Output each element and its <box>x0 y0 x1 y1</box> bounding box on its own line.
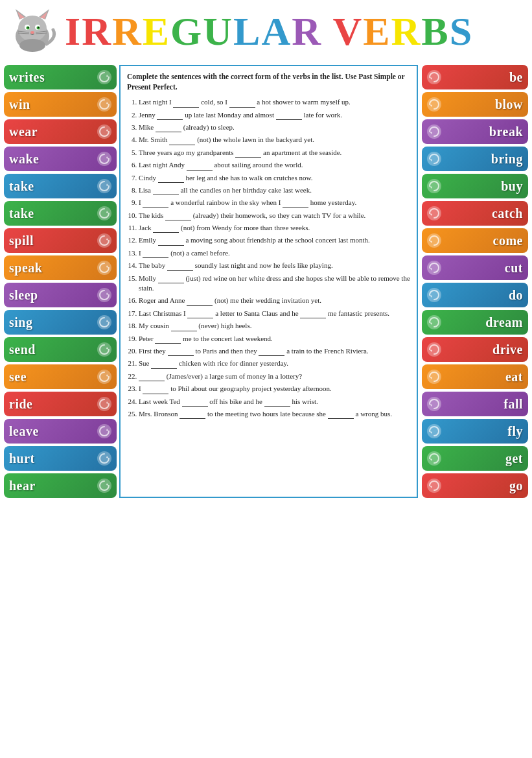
page-title: IRREGULAR VERBS <box>65 11 473 51</box>
verb-label: take <box>9 179 34 194</box>
blank-field <box>229 100 255 108</box>
verb-label: wake <box>9 152 39 167</box>
scroll-icon <box>97 315 111 329</box>
verb-label: sing <box>9 315 32 330</box>
blank-field <box>139 373 165 381</box>
cat-icon <box>6 5 58 57</box>
blank-field <box>153 187 179 195</box>
blank-field <box>158 175 184 183</box>
blank-field <box>259 348 284 356</box>
sentence-item: Peter me to the concert last weekend. <box>139 334 410 344</box>
blank-field <box>171 324 197 331</box>
sentence-item: Three years ago my grandparents an apart… <box>139 148 410 158</box>
sentence-item: I a wonderful rainbow in the sky when I … <box>139 198 410 207</box>
scroll-icon <box>97 370 111 384</box>
right-verb-tag-fly-13: fly <box>422 419 528 444</box>
verb-label: get <box>505 451 523 466</box>
blank-field <box>235 150 261 158</box>
blank-field <box>300 311 326 318</box>
verb-label: fall <box>503 397 523 412</box>
page-header: IRREGULAR VERBS <box>0 0 532 62</box>
sentence-item: Last night I cold, so I a hot shower to … <box>139 97 410 107</box>
left-verb-tag-writes-0: writes <box>4 65 117 89</box>
verb-label: take <box>9 206 34 221</box>
scroll-icon <box>427 451 441 466</box>
verb-label: buy <box>501 179 523 194</box>
left-verb-tag-sleep-8: sleep <box>4 283 117 307</box>
scroll-icon <box>97 288 111 302</box>
left-verb-tag-wake-3: wake <box>4 147 117 171</box>
sentence-item: First they to Paris and then they a trai… <box>139 346 410 356</box>
sentence-item: I (not) a camel before. <box>139 248 410 258</box>
scroll-icon <box>97 397 111 411</box>
sentence-item: Lisa all the candles on her birthday cak… <box>139 185 410 195</box>
left-verb-tag-see-11: see <box>4 364 117 389</box>
sentence-item: My cousin (never) high heels. <box>139 321 410 331</box>
right-verb-tag-catch-5: catch <box>422 201 528 226</box>
right-verb-tag-fall-12: fall <box>422 392 528 416</box>
right-verb-tag-buy-4: buy <box>422 174 528 198</box>
verb-label: see <box>9 370 27 385</box>
verb-label: hurt <box>9 451 35 466</box>
right-verb-tag-blow-1: blow <box>422 92 528 117</box>
verb-label: be <box>509 70 523 85</box>
left-verb-tag-wear-2: wear <box>4 119 117 144</box>
scroll-icon <box>427 315 441 329</box>
scroll-icon <box>97 479 111 493</box>
verb-label: eat <box>505 370 523 385</box>
left-verb-column: writes win wear wake <box>3 62 118 501</box>
left-verb-tag-take-4: take <box>4 174 117 198</box>
svg-point-1 <box>18 16 47 41</box>
svg-point-12 <box>30 31 34 34</box>
verb-label: break <box>489 124 523 139</box>
sentence-item: Mrs. Bronson to the meeting two hours la… <box>139 409 410 419</box>
scroll-icon <box>97 424 111 438</box>
scroll-icon <box>97 451 111 466</box>
blank-field <box>187 298 213 306</box>
verb-label: come <box>493 233 523 248</box>
blank-field <box>328 411 354 419</box>
scroll-icon <box>427 70 441 84</box>
left-verb-tag-leave-13: leave <box>4 419 117 444</box>
verb-label: do <box>509 288 523 303</box>
scroll-icon <box>97 124 111 139</box>
verb-label: spill <box>9 233 34 248</box>
blank-field <box>283 200 308 208</box>
blank-field <box>182 399 208 407</box>
verb-label: writes <box>9 70 45 85</box>
left-verb-tag-hear-15: hear <box>4 473 117 498</box>
verb-label: bring <box>491 152 523 167</box>
sentence-item: Last night Andy about sailing around the… <box>139 160 410 170</box>
scroll-icon <box>97 206 111 220</box>
scroll-icon <box>427 152 441 166</box>
blank-field <box>158 238 184 246</box>
right-verb-tag-get-14: get <box>422 446 528 471</box>
scroll-icon <box>427 179 441 193</box>
right-verb-tag-drive-10: drive <box>422 337 528 362</box>
verb-label: cut <box>505 261 523 276</box>
scroll-icon <box>97 70 111 84</box>
sentence-item: Sue chicken with rice for dinner yesterd… <box>139 359 410 368</box>
sentence-item: Cindy her leg and she has to walk on cru… <box>139 173 410 183</box>
verb-label: hear <box>9 479 36 493</box>
sentence-item: Emily a moving song about friendship at … <box>139 235 410 245</box>
blank-field <box>143 250 168 258</box>
scroll-icon <box>427 97 441 112</box>
blank-field <box>167 263 193 271</box>
right-verb-tag-do-8: do <box>422 283 528 307</box>
right-verb-tag-be-0: be <box>422 65 528 89</box>
verb-label: ride <box>9 397 32 412</box>
right-verb-tag-dream-9: dream <box>422 310 528 335</box>
svg-point-11 <box>38 27 40 29</box>
right-verb-column: be blow break bring <box>421 62 529 501</box>
blank-field <box>264 399 290 407</box>
scroll-icon <box>427 370 441 384</box>
blank-field <box>187 311 213 318</box>
sentences-list: Last night I cold, so I a hot shower to … <box>127 97 410 419</box>
scroll-icon <box>97 261 111 275</box>
blank-field <box>168 348 194 356</box>
sentence-item: Roger and Anne (not) me their wedding in… <box>139 296 410 305</box>
blank-field <box>153 225 179 233</box>
right-verb-tag-eat-11: eat <box>422 364 528 389</box>
verb-label: blow <box>495 97 523 112</box>
